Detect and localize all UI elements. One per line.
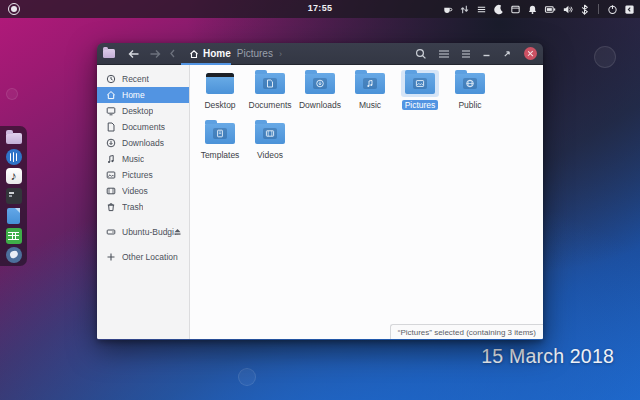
hamburger-menu-icon[interactable] (438, 49, 450, 59)
bokeh-circle (238, 368, 256, 386)
plus-icon (106, 252, 116, 262)
spreadsheet-app-icon[interactable] (5, 227, 23, 245)
clipboard-icon[interactable] (510, 4, 521, 15)
file-view[interactable]: Desktop Documents Downloads Music (190, 65, 543, 339)
desktop-icon (106, 106, 116, 116)
file-grid: Desktop Documents Downloads Music (190, 65, 543, 170)
sidebar-item-downloads[interactable]: Downloads (97, 135, 189, 151)
headerbar-actions (415, 47, 537, 60)
bluetooth-icon[interactable] (579, 4, 590, 15)
breadcrumb-home-button[interactable]: Home (185, 48, 235, 59)
sidebar-item-videos[interactable]: Videos (97, 183, 189, 199)
night-light-icon[interactable] (493, 4, 504, 15)
sidebar-item-home[interactable]: Home (97, 87, 189, 103)
file-item-documents[interactable]: Documents (245, 70, 295, 118)
caffeine-icon[interactable] (442, 4, 453, 15)
terminal-app-icon[interactable] (5, 187, 23, 205)
recent-icon (106, 74, 116, 84)
desktop-date-widget: 15 March 2018 (481, 345, 614, 368)
breadcrumb-current[interactable]: Pictures (235, 48, 275, 59)
pictures-folder-icon (405, 73, 435, 94)
sidebar-item-device[interactable]: Ubuntu-Budgi… (97, 224, 189, 240)
menu-lines-icon[interactable] (476, 4, 487, 15)
music-icon (106, 154, 116, 164)
sidebar-item-recent[interactable]: Recent (97, 71, 189, 87)
path-chevron-right-icon[interactable]: › (279, 49, 282, 59)
documents-icon (106, 122, 116, 132)
file-item-music[interactable]: Music (345, 70, 395, 118)
system-tray (442, 0, 635, 18)
headerbar: Home Pictures › (97, 43, 543, 65)
trash-icon (106, 202, 116, 212)
forward-button[interactable] (149, 49, 161, 59)
templates-folder-icon (205, 123, 235, 144)
search-icon[interactable] (415, 48, 427, 60)
view-options-icon[interactable] (461, 49, 471, 59)
welcome-app-icon[interactable] (5, 246, 23, 264)
top-panel: 17:55 (0, 0, 640, 18)
sidebar-item-trash[interactable]: Trash (97, 199, 189, 215)
sidebar-item-desktop[interactable]: Desktop (97, 103, 189, 119)
file-item-public[interactable]: Public (445, 70, 495, 118)
public-folder-icon (455, 73, 485, 94)
document-app-icon[interactable] (5, 207, 23, 225)
notifications-icon[interactable] (527, 4, 538, 15)
selection-status-bar: “Pictures” selected (containing 3 items) (390, 324, 543, 339)
eject-icon[interactable] (173, 228, 182, 238)
path-chevron-left-icon[interactable] (169, 49, 176, 58)
downloads-folder-icon (305, 73, 335, 94)
pictures-icon (106, 170, 116, 180)
sidebar-item-other-locations[interactable]: Other Locations (97, 249, 189, 265)
close-button[interactable] (524, 47, 537, 60)
sidebar-item-documents[interactable]: Documents (97, 119, 189, 135)
videos-icon (106, 186, 116, 196)
network-icon[interactable] (459, 4, 470, 15)
drive-icon (106, 227, 116, 237)
desktop-folder-icon (206, 73, 234, 94)
file-item-downloads[interactable]: Downloads (295, 70, 345, 118)
volume-icon[interactable] (562, 4, 573, 15)
videos-folder-icon (255, 123, 285, 144)
back-button[interactable] (128, 49, 140, 59)
home-icon (106, 90, 116, 100)
window-body: Recent Home Desktop Documents Downloads (97, 65, 543, 339)
desktop-wallpaper[interactable]: 17:55 ♪ (0, 0, 640, 400)
bokeh-circle (6, 88, 18, 100)
bokeh-circle (594, 46, 616, 68)
path-bar: Home Pictures › (185, 48, 286, 59)
file-item-videos[interactable]: Videos (245, 120, 295, 168)
files-app-icon[interactable] (5, 128, 23, 146)
file-manager-window: Home Pictures › (97, 43, 543, 340)
file-item-pictures[interactable]: Pictures (395, 70, 445, 118)
restore-button[interactable] (502, 49, 512, 59)
tray-separator (598, 4, 599, 14)
minimize-button[interactable] (482, 49, 491, 58)
documents-folder-icon (255, 73, 285, 94)
places-sidebar: Recent Home Desktop Documents Downloads (97, 65, 190, 339)
file-item-desktop[interactable]: Desktop (195, 70, 245, 118)
sidebar-item-music[interactable]: Music (97, 151, 189, 167)
plank-dock: ♪ (0, 126, 27, 266)
breadcrumb-home-label: Home (203, 48, 231, 59)
home-icon (189, 49, 199, 59)
music-app-icon[interactable]: ♪ (5, 167, 23, 185)
panel-clock[interactable]: 17:55 (308, 3, 333, 13)
raven-toggle-icon[interactable] (624, 4, 635, 15)
battery-icon[interactable] (544, 4, 556, 15)
music-folder-icon (355, 73, 385, 94)
file-item-templates[interactable]: Templates (195, 120, 245, 168)
sidebar-item-pictures[interactable]: Pictures (97, 167, 189, 183)
downloads-icon (106, 138, 116, 148)
media-player-app-icon[interactable] (5, 148, 23, 166)
power-icon[interactable] (607, 4, 618, 15)
window-app-icon (103, 49, 115, 58)
budgie-menu-icon[interactable] (8, 3, 20, 15)
